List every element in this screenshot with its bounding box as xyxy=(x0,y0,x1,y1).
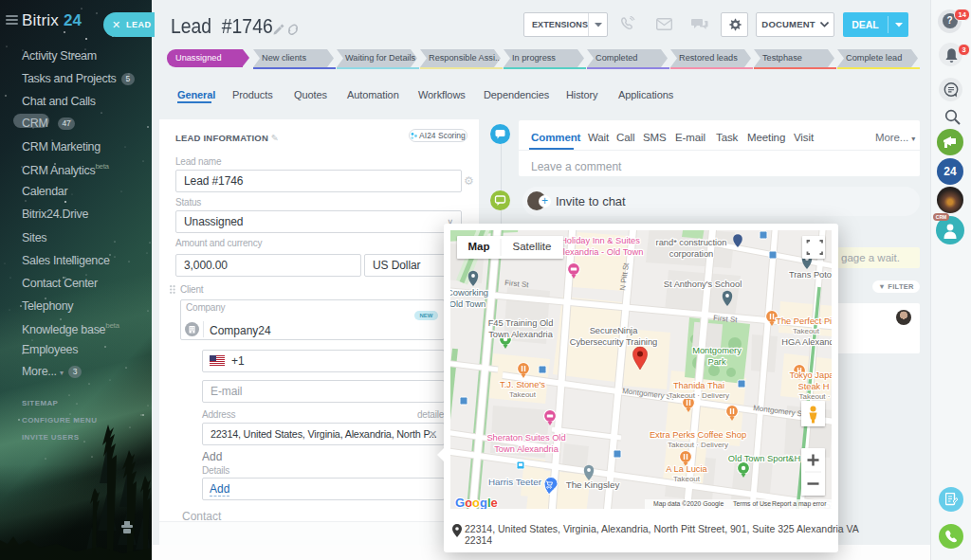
svg-text:Takeout ·: Takeout · xyxy=(799,392,831,401)
svg-text:HGA Alexand: HGA Alexand xyxy=(781,337,834,347)
svg-text:T.J. Stone's: T.J. Stone's xyxy=(500,380,545,389)
svg-text:The Kingsley: The Kingsley xyxy=(566,479,620,490)
svg-text:Terms of Use: Terms of Use xyxy=(733,500,771,507)
svg-text:Town Alexandria: Town Alexandria xyxy=(494,444,559,454)
svg-text:F45 Training Old: F45 Training Old xyxy=(488,318,554,328)
svg-text:Steak H: Steak H xyxy=(797,382,829,391)
svg-text:Trans Potor: Trans Potor xyxy=(789,270,834,280)
svg-text:Takeout: Takeout xyxy=(673,475,701,483)
svg-text:A La Lucia: A La Lucia xyxy=(666,464,707,474)
svg-text:Alexandria - Old Town: Alexandria - Old Town xyxy=(558,247,644,257)
svg-text:Old Town: Old Town xyxy=(449,299,486,309)
svg-text:Report a map error: Report a map error xyxy=(772,500,827,508)
svg-text:Takeout · Delivery: Takeout · Delivery xyxy=(669,391,729,400)
svg-text:St Anthony's School: St Anthony's School xyxy=(664,280,742,289)
svg-text:Old Town Sport&H: Old Town Sport&H xyxy=(728,454,800,463)
svg-text:Tokyo Japa: Tokyo Japa xyxy=(789,370,834,380)
svg-text:SecureNinja: SecureNinja xyxy=(590,326,638,335)
svg-text:Extra Perks Coffee Shop: Extra Perks Coffee Shop xyxy=(650,430,746,440)
svg-text:rand* construction: rand* construction xyxy=(656,238,727,247)
svg-text:Thanida Thai: Thanida Thai xyxy=(673,381,724,390)
svg-text:corporation: corporation xyxy=(669,249,714,259)
svg-text:Cybersecurity Training: Cybersecurity Training xyxy=(570,337,658,347)
svg-text:Coworking: Coworking xyxy=(447,288,488,298)
svg-text:Sheraton Suites Old: Sheraton Suites Old xyxy=(486,433,565,443)
svg-text:Map data ©2020 Google: Map data ©2020 Google xyxy=(653,500,724,508)
svg-text:Town Alexandria: Town Alexandria xyxy=(488,330,554,339)
svg-text:Harris Teeter: Harris Teeter xyxy=(488,477,542,487)
svg-text:Takeout: Takeout xyxy=(793,327,820,335)
svg-text:Satellite: Satellite xyxy=(513,241,552,252)
svg-text:Map: Map xyxy=(468,241,490,252)
svg-text:Holiday Inn & Suites: Holiday Inn & Suites xyxy=(560,236,640,245)
svg-text:Takeout · Delivery: Takeout · Delivery xyxy=(668,441,728,449)
svg-text:Montgomery: Montgomery xyxy=(692,346,742,355)
svg-text:The Perfect Pit: The Perfect Pit xyxy=(776,316,834,326)
svg-text:Google: Google xyxy=(455,496,498,510)
svg-text:Takeout: Takeout xyxy=(509,390,537,399)
svg-text:Park: Park xyxy=(707,357,725,367)
